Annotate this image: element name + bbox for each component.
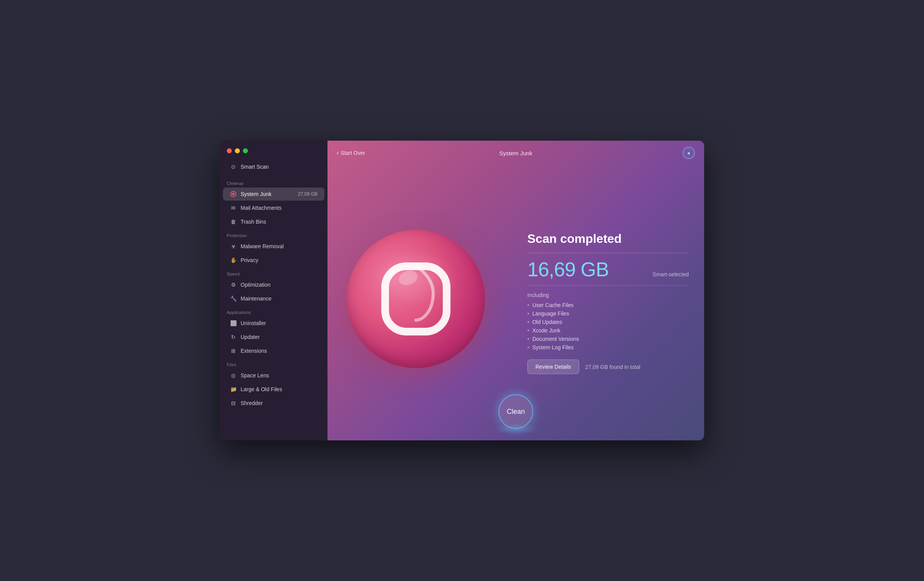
malware-removal-label: Malware Removal xyxy=(241,243,284,249)
maximize-button[interactable] xyxy=(243,148,248,153)
file-item-3: Old Updates xyxy=(527,319,689,325)
back-chevron-icon: ‹ xyxy=(337,149,339,156)
file-item-5: Document Versions xyxy=(527,336,689,342)
shredder-icon: ⊟ xyxy=(230,400,237,407)
sidebar-item-malware-removal[interactable]: ☣ Malware Removal xyxy=(223,240,324,253)
system-junk-badge: 27,09 GB xyxy=(298,191,317,197)
main-content: ‹ Start Over System Junk ● xyxy=(327,141,704,440)
maintenance-icon: 🔧 xyxy=(230,295,237,302)
sidebar-item-trash-bins[interactable]: 🗑 Trash Bins xyxy=(223,215,324,228)
section-label-protection: Protection xyxy=(220,229,327,239)
privacy-icon: ✋ xyxy=(230,257,237,264)
malware-icon: ☣ xyxy=(230,243,237,250)
sidebar-item-smart-scan[interactable]: ⊙ Smart Scan xyxy=(223,160,324,173)
avatar: ● xyxy=(683,147,695,159)
found-total-text: 27,09 GB found in total xyxy=(585,364,640,370)
optimization-icon: ⚙ xyxy=(230,281,237,288)
sidebar-item-uninstaller[interactable]: ⬜ Uninstaller xyxy=(223,317,324,330)
minimize-button[interactable] xyxy=(235,148,240,153)
sidebar-item-extensions[interactable]: ⊞ Extensions xyxy=(223,344,324,357)
divider-1 xyxy=(527,253,689,253)
file-item-1: User Cache Files xyxy=(527,302,689,308)
page-title: System Junk xyxy=(499,150,532,156)
size-value: 16,69 GB xyxy=(527,259,609,279)
trash-bins-label: Trash Bins xyxy=(241,219,266,225)
extensions-icon: ⊞ xyxy=(230,347,237,354)
sidebar-item-privacy[interactable]: ✋ Privacy xyxy=(223,254,324,267)
back-label: Start Over xyxy=(341,150,365,156)
app-window: ⊙ Smart Scan Cleanup System Junk 27,09 G… xyxy=(220,141,704,440)
system-junk-icon xyxy=(230,191,237,198)
mail-attachments-label: Mail Attachments xyxy=(241,205,282,211)
size-row: 16,69 GB Smart-selected xyxy=(527,259,689,279)
section-label-files: Files xyxy=(220,358,327,369)
sidebar-item-optimization[interactable]: ⚙ Optimization xyxy=(223,278,324,291)
sidebar-smart-scan-label: Smart Scan xyxy=(241,164,269,170)
uninstaller-icon: ⬜ xyxy=(230,320,237,327)
info-panel: Scan completed 16,69 GB Smart-selected I… xyxy=(527,232,689,374)
mail-icon: ✉ xyxy=(230,204,237,211)
smart-scan-icon: ⊙ xyxy=(230,163,237,170)
file-item-2: Language Files xyxy=(527,310,689,317)
window-controls xyxy=(220,148,327,160)
updater-label: Updater xyxy=(241,334,260,340)
large-old-files-label: Large & Old Files xyxy=(241,386,282,392)
updater-icon: ↻ xyxy=(230,334,237,340)
section-label-cleanup: Cleanup xyxy=(220,176,327,187)
section-label-speed: Speed xyxy=(220,267,327,278)
app-logo-container xyxy=(347,230,493,376)
shredder-label: Shredder xyxy=(241,400,263,406)
section-label-applications: Applications xyxy=(220,305,327,316)
uninstaller-label: Uninstaller xyxy=(241,320,266,326)
app-logo-svg xyxy=(374,257,458,341)
maintenance-label: Maintenance xyxy=(241,295,271,302)
review-details-button[interactable]: Review Details xyxy=(527,360,579,374)
sidebar-item-space-lens[interactable]: ◎ Space Lens xyxy=(223,369,324,382)
app-orb xyxy=(347,230,485,368)
clean-button-container: Clean xyxy=(499,394,533,429)
file-item-4: Xcode Junk xyxy=(527,327,689,334)
space-lens-icon: ◎ xyxy=(230,372,237,379)
sidebar-item-system-junk[interactable]: System Junk 27,09 GB xyxy=(223,188,324,201)
extensions-label: Extensions xyxy=(241,348,267,354)
file-list: User Cache Files Language Files Old Upda… xyxy=(527,302,689,350)
large-files-icon: 📁 xyxy=(230,386,237,393)
main-header: ‹ Start Over System Junk ● xyxy=(327,141,704,165)
optimization-label: Optimization xyxy=(241,282,271,288)
actions-row: Review Details 27,09 GB found in total xyxy=(527,360,689,374)
sidebar-item-shredder[interactable]: ⊟ Shredder xyxy=(223,397,324,410)
sidebar-item-maintenance[interactable]: 🔧 Maintenance xyxy=(223,292,324,305)
divider-2 xyxy=(527,286,689,286)
file-item-6: System Log Files xyxy=(527,344,689,350)
trash-icon: 🗑 xyxy=(230,218,237,225)
smart-selected-label: Smart-selected xyxy=(653,271,689,277)
sidebar-item-mail-attachments[interactable]: ✉ Mail Attachments xyxy=(223,201,324,214)
sidebar: ⊙ Smart Scan Cleanup System Junk 27,09 G… xyxy=(220,141,327,440)
sidebar-item-updater[interactable]: ↻ Updater xyxy=(223,330,324,344)
clean-button-glow xyxy=(493,423,539,435)
back-button[interactable]: ‹ Start Over xyxy=(337,149,365,156)
system-junk-label: System Junk xyxy=(241,191,271,197)
space-lens-label: Space Lens xyxy=(241,372,269,378)
sidebar-item-large-old-files[interactable]: 📁 Large & Old Files xyxy=(223,383,324,396)
privacy-label: Privacy xyxy=(241,257,258,263)
close-button[interactable] xyxy=(227,148,232,153)
scan-completed-title: Scan completed xyxy=(527,232,689,246)
including-label: Including xyxy=(527,292,689,298)
